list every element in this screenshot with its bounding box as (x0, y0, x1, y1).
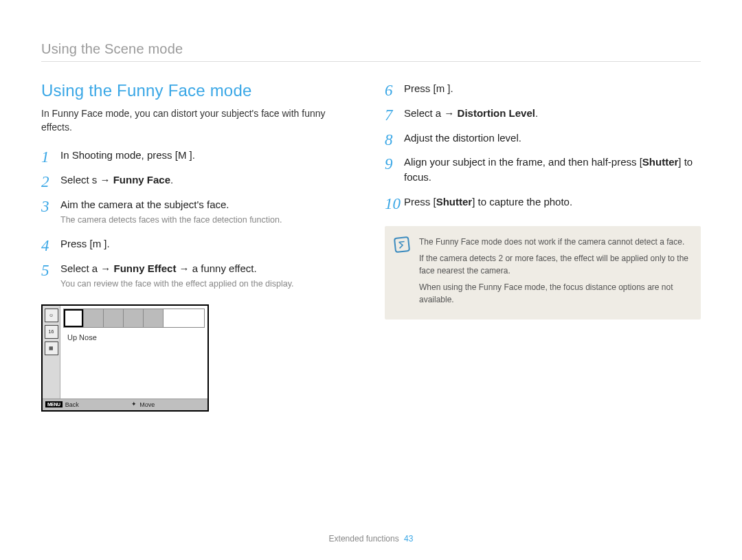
left-column: Using the Funny Face mode In Funny Face … (41, 81, 357, 412)
size-icon: 16 (45, 325, 58, 339)
step-item: 7Select a → Distortion Level. (385, 106, 701, 121)
back-label: Back (65, 401, 79, 408)
step-item: 2Select s → Funny Face. (41, 172, 357, 188)
step-number: 6 (385, 79, 400, 102)
intro-text: In Funny Face mode, you can distort your… (41, 107, 357, 134)
nav-icon: ✦ (131, 401, 137, 407)
thumbnail (104, 309, 124, 327)
step-item: 5Select a → Funny Effect → a funny effec… (41, 261, 357, 291)
step-item: 8Adjust the distortion level. (385, 131, 701, 146)
thumbnail (84, 309, 104, 327)
step-item: 3Aim the camera at the subject's face.Th… (41, 197, 357, 227)
screen-bottombar: MENU Back ✦ Move (43, 399, 207, 410)
step-text: Adjust the distortion level. (404, 132, 521, 144)
step-number: 10 (385, 192, 400, 215)
note-icon (394, 236, 410, 252)
camera-screen-demo: ☺ 16 ▦ Up Nose MENU Back ✦ (41, 304, 209, 412)
step-text: Align your subject in the frame, and the… (404, 156, 693, 183)
note-paragraph: When using the Funny Face mode, the focu… (419, 281, 690, 306)
thumbnail (144, 309, 164, 327)
note-text: The Funny Face mode does not work if the… (419, 236, 690, 310)
content-columns: Using the Funny Face mode In Funny Face … (41, 81, 701, 412)
breadcrumb: Using the Scene mode (41, 41, 701, 62)
step-text: Select a → Funny Effect → a funny effect… (60, 262, 257, 274)
step-number: 3 (41, 195, 56, 218)
note-paragraph: The Funny Face mode does not work if the… (419, 236, 690, 248)
note-paragraph: If the camera detects 2 or more faces, t… (419, 252, 690, 277)
step-text: Press [m ]. (404, 82, 453, 94)
step-text: In Shooting mode, press [M ]. (60, 149, 195, 161)
thumbnail (124, 309, 144, 327)
step-list-left: 1In Shooting mode, press [M ].2Select s … (41, 148, 357, 291)
move-label: Move (139, 401, 155, 408)
footer-section: Extended functions (329, 534, 399, 544)
mode-icon: ☺ (45, 309, 58, 322)
step-item: 10Press [Shutter] to capture the photo. (385, 194, 701, 210)
step-number: 1 (41, 146, 56, 168)
step-list-right: 6Press [m ].7Select a → Distortion Level… (385, 81, 701, 210)
menu-icon: MENU (45, 401, 63, 407)
step-item: 4Press [m ]. (41, 236, 357, 251)
grid-icon: ▦ (45, 341, 58, 355)
effect-label: Up Nose (67, 333, 97, 341)
step-number: 7 (385, 104, 400, 126)
step-subtext: The camera detects faces with the face d… (60, 214, 357, 227)
step-number: 4 (41, 234, 56, 257)
page-footer: Extended functions 43 (0, 534, 742, 544)
step-text: Aim the camera at the subject's face. (60, 199, 229, 210)
effect-thumbnails (63, 309, 205, 328)
step-text: Select s → Funny Face. (60, 174, 173, 186)
page-number: 43 (404, 534, 413, 544)
step-item: 1In Shooting mode, press [M ]. (41, 148, 357, 163)
thumbnail-selected (64, 309, 84, 327)
step-item: 9Align your subject in the frame, and th… (385, 155, 701, 185)
step-text: Select a → Distortion Level. (404, 107, 538, 119)
step-number: 9 (385, 153, 400, 175)
manual-page: Using the Scene mode Using the Funny Fac… (0, 0, 742, 560)
note-box: The Funny Face mode does not work if the… (385, 226, 701, 320)
step-number: 2 (41, 170, 56, 193)
right-column: 6Press [m ].7Select a → Distortion Level… (385, 81, 701, 412)
step-subtext: You can review the face with the effect … (60, 278, 357, 291)
screen-sidebar: ☺ 16 ▦ (43, 306, 60, 410)
step-number: 5 (41, 259, 56, 282)
section-title: Using the Funny Face mode (41, 81, 357, 100)
step-text: Press [m ]. (60, 238, 110, 249)
step-number: 8 (385, 128, 400, 151)
step-text: Press [Shutter] to capture the photo. (404, 196, 572, 208)
step-item: 6Press [m ]. (385, 81, 701, 96)
